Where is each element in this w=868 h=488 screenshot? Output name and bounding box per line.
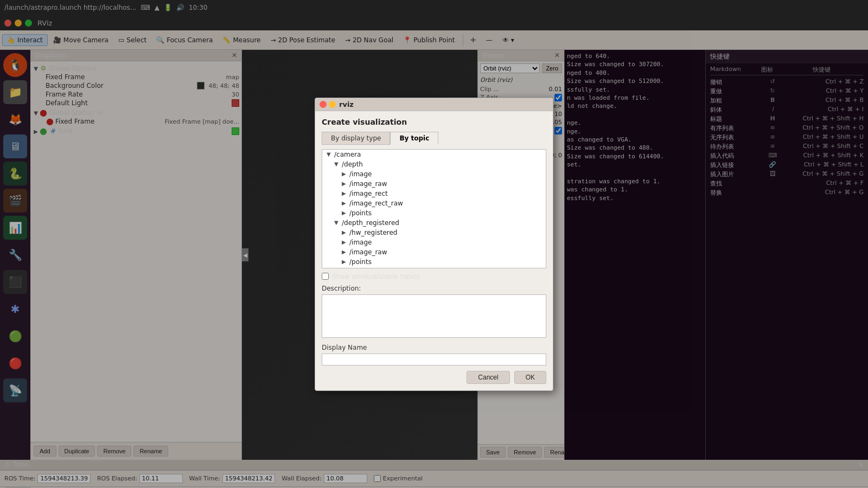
modal-tree-ir[interactable]: ▼ /ir — [322, 267, 546, 268]
modal-tree-image-raw[interactable]: ▶ /image_raw — [322, 179, 546, 189]
camera-arrow[interactable]: ▼ — [327, 151, 334, 157]
show-unvisualizable-label: Show unvisualizable topics — [332, 273, 419, 280]
modal-section-title: Create visualization — [322, 118, 546, 126]
show-unvisualizable-row: Show unvisualizable topics — [322, 273, 546, 280]
modal-cancel-button[interactable]: Cancel — [467, 371, 509, 384]
modal-description-textarea[interactable] — [322, 294, 546, 338]
modal-tree-depth-registered[interactable]: ▼ /depth_registered — [322, 218, 546, 228]
image-rect-raw-arrow[interactable]: ▶ — [342, 200, 349, 206]
points-arrow[interactable]: ▶ — [342, 210, 349, 216]
modal-display-name-input[interactable] — [322, 354, 546, 365]
modal-tabs: By display type By topic — [322, 132, 546, 145]
image-raw2-arrow[interactable]: ▶ — [342, 249, 349, 255]
modal-tree: ▼ /camera ▼ /depth ▶ /image — [322, 149, 546, 268]
modal-title: rviz — [339, 100, 354, 108]
modal-body: Create visualization By display type By … — [315, 111, 553, 390]
camera-label: /camera — [334, 151, 361, 158]
image-label: /image — [349, 170, 372, 178]
create-visualization-modal: rviz Create visualization By display typ… — [315, 98, 553, 391]
modal-description-label: Description: — [322, 285, 546, 292]
modal-tree-hw-registered[interactable]: ▶ /hw_registered — [322, 228, 546, 237]
depth-registered-arrow[interactable]: ▼ — [334, 220, 342, 226]
modal-tree-image[interactable]: ▶ /image — [322, 169, 546, 179]
modal-tree-points2[interactable]: ▶ /points — [322, 257, 546, 267]
modal-tree-points[interactable]: ▶ /points — [322, 208, 546, 218]
modal-tree-image-rect-raw[interactable]: ▶ /image_rect_raw — [322, 198, 546, 208]
modal-close-btn[interactable] — [320, 101, 327, 108]
modal-ok-button[interactable]: OK — [514, 371, 546, 384]
hw-registered-arrow[interactable]: ▶ — [342, 229, 349, 235]
modal-tab-by-display[interactable]: By display type — [322, 132, 390, 145]
points2-arrow[interactable]: ▶ — [342, 259, 349, 265]
hw-registered-label: /hw_registered — [349, 229, 397, 236]
points2-label: /points — [349, 258, 372, 266]
modal-tab-by-topic[interactable]: By topic — [390, 132, 438, 145]
image-raw-label: /image_raw — [349, 180, 387, 188]
modal-display-name-label: Display Name — [322, 344, 546, 351]
image-rect-raw-label: /image_rect_raw — [349, 200, 403, 207]
image-arrow[interactable]: ▶ — [342, 171, 349, 177]
modal-minimize-btn[interactable] — [329, 101, 336, 108]
image2-arrow[interactable]: ▶ — [342, 239, 349, 245]
modal-tree-image2[interactable]: ▶ /image — [322, 237, 546, 247]
modal-tree-depth[interactable]: ▼ /depth — [322, 159, 546, 169]
depth-label: /depth — [342, 160, 363, 168]
modal-overlay: rviz Create visualization By display typ… — [0, 0, 868, 488]
ir-label: /ir — [342, 268, 348, 268]
points-label: /points — [349, 209, 372, 217]
depth-registered-label: /depth_registered — [342, 219, 399, 227]
depth-arrow[interactable]: ▼ — [334, 161, 342, 167]
modal-buttons: Cancel OK — [322, 371, 546, 384]
modal-tree-camera[interactable]: ▼ /camera — [322, 150, 546, 159]
modal-titlebar: rviz — [315, 98, 553, 111]
image-raw2-label: /image_raw — [349, 248, 387, 256]
show-unvisualizable-checkbox[interactable] — [322, 273, 329, 280]
image-rect-arrow[interactable]: ▶ — [342, 190, 349, 196]
modal-win-controls[interactable] — [320, 101, 336, 108]
image-raw-arrow[interactable]: ▶ — [342, 181, 349, 187]
modal-tree-image-rect[interactable]: ▶ /image_rect — [322, 189, 546, 198]
modal-tree-image-raw2[interactable]: ▶ /image_raw — [322, 247, 546, 257]
image2-label: /image — [349, 239, 372, 246]
image-rect-label: /image_rect — [349, 190, 388, 197]
